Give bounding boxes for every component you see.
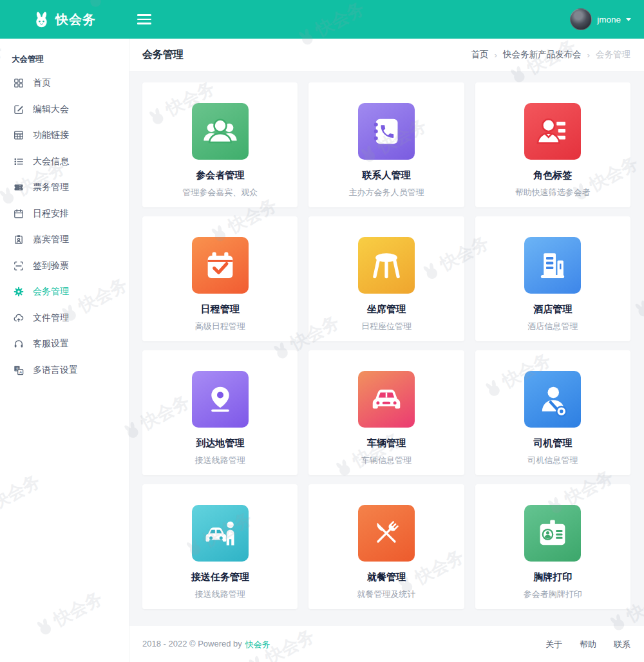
role-tag-icon — [533, 112, 572, 151]
module-card-dining[interactable]: 就餐管理 就餐管理及统计 — [308, 484, 464, 609]
sidebar-item-dashboard[interactable]: 首页 — [0, 70, 129, 97]
module-card-shuttle[interactable]: 接送任务管理 接送线路管理 — [142, 484, 298, 609]
driver-icon — [533, 380, 572, 419]
module-card-hotel[interactable]: 酒店管理 酒店信息管理 — [475, 216, 630, 341]
shuttle-icon — [201, 514, 240, 553]
avatar — [570, 8, 592, 30]
sidebar-item-label: 会务管理 — [33, 286, 69, 298]
sidebar-section-label: 大会管理 — [0, 39, 129, 70]
breadcrumb-separator: › — [587, 50, 591, 60]
hotel-icon — [533, 246, 572, 285]
module-card-title: 联系人管理 — [362, 169, 410, 182]
header-bar: 快会务 jmone — [0, 0, 644, 39]
module-card-title: 日程管理 — [201, 303, 240, 316]
copyright-years: 2018 - 2022 © Powered by — [142, 639, 242, 650]
badge-icon — [533, 514, 572, 553]
brand-logo[interactable]: 快会务 — [0, 11, 129, 28]
module-tile — [192, 103, 249, 160]
ticket-icon — [14, 182, 24, 193]
breadcrumb-item-2: 会务管理 — [596, 49, 630, 61]
module-tile — [524, 103, 581, 160]
module-card-subtitle: 帮助快速筛选参会者 — [515, 187, 591, 198]
gear-icon — [14, 287, 24, 297]
sidebar-item-ticket[interactable]: 票务管理 — [0, 175, 129, 201]
attendees-icon — [201, 112, 240, 151]
module-card-title: 坐席管理 — [367, 303, 406, 316]
sidebar-item-label: 客服设置 — [33, 338, 69, 350]
sidebar-item-label: 嘉宾管理 — [33, 234, 69, 245]
footer-link-contact[interactable]: 联系 — [614, 639, 630, 650]
sidebar-item-label: 多语言设置 — [33, 364, 78, 376]
module-card-driver[interactable]: 司机管理 司机信息管理 — [475, 350, 630, 475]
module-card-subtitle: 日程座位管理 — [361, 321, 412, 332]
module-card-badge[interactable]: 胸牌打印 参会者胸牌打印 — [475, 484, 630, 609]
module-card-title: 就餐管理 — [367, 571, 406, 583]
module-card-subtitle: 管理参会嘉宾、观众 — [182, 187, 258, 198]
module-tile — [524, 371, 581, 428]
seat-icon — [367, 246, 406, 285]
module-card-seat[interactable]: 坐席管理 日程座位管理 — [308, 216, 464, 341]
module-card-role-tag[interactable]: 角色标签 帮助快速筛选参会者 — [475, 82, 630, 207]
sidebar-item-label: 大会信息 — [33, 156, 69, 167]
module-card-subtitle: 主办方会务人员管理 — [348, 187, 424, 198]
footer-link-about[interactable]: 关于 — [545, 639, 562, 650]
sidebar-item-guest[interactable]: 嘉宾管理 — [0, 227, 129, 253]
rabbit-logo-icon — [33, 11, 50, 28]
sidebar-item-edit[interactable]: 编辑大会 — [0, 97, 129, 123]
headset-icon — [14, 339, 24, 349]
content-area: 参会者管理 管理参会嘉宾、观众 联系人管理 主办方会务人员管理 角色标签 帮助快… — [129, 71, 644, 626]
module-grid: 参会者管理 管理参会嘉宾、观众 联系人管理 主办方会务人员管理 角色标签 帮助快… — [142, 82, 630, 609]
sidebar-item-headset[interactable]: 客服设置 — [0, 331, 129, 357]
module-card-title: 司机管理 — [533, 437, 572, 449]
sidebar-menu: 首页 编辑大会 功能链接 大会信息 票务管理 日程安排 嘉宾管理 — [0, 70, 129, 383]
module-card-subtitle: 酒店信息管理 — [527, 321, 578, 332]
menu-toggle-button[interactable] — [137, 14, 151, 24]
module-tile — [524, 237, 581, 294]
footer-link-help[interactable]: 帮助 — [580, 639, 596, 650]
guest-icon — [14, 234, 24, 245]
module-card-vehicle[interactable]: 车辆管理 车辆信息管理 — [308, 350, 464, 475]
module-card-title: 胸牌打印 — [533, 571, 572, 583]
module-card-title: 到达地管理 — [196, 437, 244, 449]
sidebar-item-language[interactable]: 多语言设置 — [0, 357, 129, 384]
app-screen: 快会务 jmone 大会管理 首页 编辑大会 功能链接 — [0, 0, 644, 662]
sidebar-item-list[interactable]: 大会信息 — [0, 149, 129, 175]
module-tile — [192, 237, 249, 294]
brand-name: 快会务 — [55, 11, 96, 28]
module-card-location[interactable]: 到达地管理 接送线路管理 — [142, 350, 298, 475]
breadcrumb-separator: › — [495, 50, 498, 60]
breadcrumb-item-0[interactable]: 首页 — [471, 49, 489, 61]
sidebar-item-grid[interactable]: 功能链接 — [0, 122, 129, 149]
language-icon — [14, 365, 24, 375]
module-card-subtitle: 接送线路管理 — [195, 455, 245, 466]
sidebar-item-calendar[interactable]: 日程安排 — [0, 201, 129, 227]
sidebar-item-label: 文件管理 — [33, 312, 69, 324]
module-tile — [358, 103, 415, 160]
list-icon — [14, 156, 24, 167]
module-tile — [358, 505, 415, 562]
module-card-title: 酒店管理 — [533, 303, 572, 316]
module-tile — [192, 505, 249, 562]
module-card-attendees[interactable]: 参会者管理 管理参会嘉宾、观众 — [142, 82, 298, 207]
sidebar-item-gear[interactable]: 会务管理 — [0, 279, 129, 305]
module-card-subtitle: 高级日程管理 — [195, 321, 245, 332]
module-card-contact-book[interactable]: 联系人管理 主办方会务人员管理 — [308, 82, 464, 207]
sidebar-item-label: 功能链接 — [33, 129, 69, 141]
footer-brand-link[interactable]: 快会务 — [245, 639, 270, 650]
schedule-icon — [201, 246, 240, 285]
module-card-title: 车辆管理 — [367, 437, 406, 449]
chevron-down-icon — [626, 18, 631, 21]
user-menu[interactable]: jmone — [570, 8, 644, 30]
page-header: 会务管理 首页›快会务新产品发布会›会务管理 — [129, 39, 644, 71]
sidebar-item-label: 日程安排 — [33, 208, 69, 220]
sidebar-item-scan[interactable]: 签到验票 — [0, 253, 129, 279]
sidebar-item-cloud[interactable]: 文件管理 — [0, 305, 129, 332]
breadcrumb-item-1[interactable]: 快会务新产品发布会 — [503, 49, 582, 61]
module-tile — [358, 371, 415, 428]
module-card-schedule[interactable]: 日程管理 高级日程管理 — [142, 216, 298, 341]
module-card-title: 参会者管理 — [196, 169, 244, 182]
footer: 2018 - 2022 © Powered by 快会务 关于帮助联系 — [129, 626, 644, 662]
location-icon — [201, 380, 240, 419]
module-card-subtitle: 司机信息管理 — [527, 455, 578, 466]
dining-icon — [367, 514, 406, 553]
